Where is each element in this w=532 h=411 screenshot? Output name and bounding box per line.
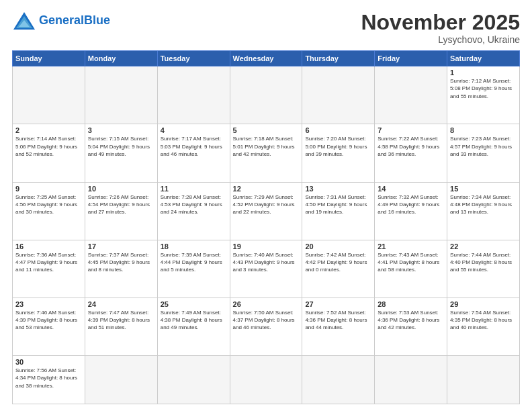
day-info: Sunrise: 7:18 AM Sunset: 5:01 PM Dayligh…: [233, 135, 300, 158]
calendar-week-row: 9Sunrise: 7:25 AM Sunset: 4:56 PM Daylig…: [13, 182, 520, 240]
table-row: 27Sunrise: 7:52 AM Sunset: 4:36 PM Dayli…: [302, 298, 375, 355]
table-row: 28Sunrise: 7:53 AM Sunset: 4:36 PM Dayli…: [375, 298, 447, 355]
day-number: 9: [15, 185, 82, 193]
calendar-week-row: 23Sunrise: 7:46 AM Sunset: 4:39 PM Dayli…: [13, 298, 520, 355]
day-number: 26: [233, 300, 300, 308]
logo-text: GeneralBlue: [39, 14, 110, 28]
table-row: [230, 66, 302, 124]
day-number: 5: [233, 126, 300, 134]
day-info: Sunrise: 7:54 AM Sunset: 4:35 PM Dayligh…: [450, 309, 517, 332]
col-thursday: Thursday: [302, 51, 375, 66]
day-info: Sunrise: 7:37 AM Sunset: 4:45 PM Dayligh…: [88, 251, 154, 274]
day-number: 1: [450, 68, 517, 77]
table-row: 6Sunrise: 7:20 AM Sunset: 5:00 PM Daylig…: [302, 124, 375, 182]
table-row: 10Sunrise: 7:26 AM Sunset: 4:54 PM Dayli…: [85, 182, 157, 240]
table-row: 17Sunrise: 7:37 AM Sunset: 4:45 PM Dayli…: [85, 240, 157, 298]
day-info: Sunrise: 7:23 AM Sunset: 4:57 PM Dayligh…: [450, 135, 517, 158]
day-number: 23: [15, 300, 82, 308]
col-wednesday: Wednesday: [230, 51, 302, 66]
col-monday: Monday: [85, 51, 157, 66]
logo-general: General: [39, 13, 84, 27]
table-row: [302, 66, 375, 124]
calendar-header-row: Sunday Monday Tuesday Wednesday Thursday…: [13, 51, 520, 66]
calendar-week-row: 30Sunrise: 7:56 AM Sunset: 4:34 PM Dayli…: [13, 356, 520, 404]
day-info: Sunrise: 7:22 AM Sunset: 4:58 PM Dayligh…: [378, 135, 444, 158]
day-info: Sunrise: 7:29 AM Sunset: 4:52 PM Dayligh…: [233, 193, 300, 216]
day-info: Sunrise: 7:50 AM Sunset: 4:37 PM Dayligh…: [233, 309, 300, 332]
day-info: Sunrise: 7:52 AM Sunset: 4:36 PM Dayligh…: [305, 309, 371, 332]
day-number: 30: [15, 358, 82, 366]
table-row: 29Sunrise: 7:54 AM Sunset: 4:35 PM Dayli…: [447, 298, 520, 355]
day-number: 10: [88, 185, 154, 193]
col-tuesday: Tuesday: [157, 51, 230, 66]
calendar-week-row: 1Sunrise: 7:12 AM Sunset: 5:08 PM Daylig…: [13, 66, 520, 124]
day-info: Sunrise: 7:49 AM Sunset: 4:38 PM Dayligh…: [161, 309, 227, 332]
day-number: 18: [161, 242, 227, 250]
day-number: 6: [305, 126, 371, 134]
table-row: 23Sunrise: 7:46 AM Sunset: 4:39 PM Dayli…: [13, 298, 85, 355]
day-info: Sunrise: 7:39 AM Sunset: 4:44 PM Dayligh…: [161, 251, 227, 274]
table-row: 21Sunrise: 7:43 AM Sunset: 4:41 PM Dayli…: [375, 240, 447, 298]
day-number: 3: [88, 126, 154, 134]
table-row: [447, 356, 520, 404]
day-number: 25: [161, 300, 227, 308]
table-row: [375, 356, 447, 404]
day-number: 15: [450, 185, 517, 193]
calendar: Sunday Monday Tuesday Wednesday Thursday…: [12, 50, 520, 404]
day-number: 13: [305, 185, 371, 193]
table-row: 25Sunrise: 7:49 AM Sunset: 4:38 PM Dayli…: [157, 298, 230, 355]
day-info: Sunrise: 7:20 AM Sunset: 5:00 PM Dayligh…: [305, 135, 371, 158]
table-row: 12Sunrise: 7:29 AM Sunset: 4:52 PM Dayli…: [230, 182, 302, 240]
day-info: Sunrise: 7:25 AM Sunset: 4:56 PM Dayligh…: [15, 193, 82, 216]
table-row: 18Sunrise: 7:39 AM Sunset: 4:44 PM Dayli…: [157, 240, 230, 298]
table-row: 1Sunrise: 7:12 AM Sunset: 5:08 PM Daylig…: [447, 66, 520, 124]
day-info: Sunrise: 7:28 AM Sunset: 4:53 PM Dayligh…: [161, 193, 227, 216]
day-number: 17: [88, 242, 154, 250]
table-row: [13, 66, 85, 124]
logo: GeneralBlue: [12, 11, 110, 31]
table-row: [85, 356, 157, 404]
day-number: 8: [450, 126, 517, 134]
day-number: 28: [378, 300, 444, 308]
table-row: 8Sunrise: 7:23 AM Sunset: 4:57 PM Daylig…: [447, 124, 520, 182]
table-row: 24Sunrise: 7:47 AM Sunset: 4:39 PM Dayli…: [85, 298, 157, 355]
day-info: Sunrise: 7:36 AM Sunset: 4:47 PM Dayligh…: [15, 251, 82, 274]
day-number: 7: [378, 126, 444, 134]
table-row: 15Sunrise: 7:34 AM Sunset: 4:48 PM Dayli…: [447, 182, 520, 240]
day-number: 4: [161, 126, 227, 134]
col-sunday: Sunday: [13, 51, 85, 66]
col-saturday: Saturday: [447, 51, 520, 66]
calendar-week-row: 2Sunrise: 7:14 AM Sunset: 5:06 PM Daylig…: [13, 124, 520, 182]
table-row: 20Sunrise: 7:42 AM Sunset: 4:42 PM Dayli…: [302, 240, 375, 298]
day-number: 12: [233, 185, 300, 193]
logo-icon: [12, 11, 36, 31]
day-info: Sunrise: 7:14 AM Sunset: 5:06 PM Dayligh…: [15, 135, 82, 158]
logo-blue: Blue: [84, 13, 110, 27]
day-info: Sunrise: 7:42 AM Sunset: 4:42 PM Dayligh…: [305, 251, 371, 274]
day-number: 29: [450, 300, 517, 308]
day-info: Sunrise: 7:31 AM Sunset: 4:50 PM Dayligh…: [305, 193, 371, 216]
table-row: 7Sunrise: 7:22 AM Sunset: 4:58 PM Daylig…: [375, 124, 447, 182]
day-info: Sunrise: 7:12 AM Sunset: 5:08 PM Dayligh…: [450, 77, 517, 100]
month-title: November 2025: [361, 11, 520, 34]
table-row: 5Sunrise: 7:18 AM Sunset: 5:01 PM Daylig…: [230, 124, 302, 182]
table-row: [157, 66, 230, 124]
day-number: 11: [161, 185, 227, 193]
day-info: Sunrise: 7:26 AM Sunset: 4:54 PM Dayligh…: [88, 193, 154, 216]
table-row: [302, 356, 375, 404]
table-row: [157, 356, 230, 404]
day-number: 27: [305, 300, 371, 308]
table-row: 22Sunrise: 7:44 AM Sunset: 4:40 PM Dayli…: [447, 240, 520, 298]
day-info: Sunrise: 7:53 AM Sunset: 4:36 PM Dayligh…: [378, 309, 444, 332]
day-number: 19: [233, 242, 300, 250]
table-row: 19Sunrise: 7:40 AM Sunset: 4:43 PM Dayli…: [230, 240, 302, 298]
day-number: 2: [15, 126, 82, 134]
day-info: Sunrise: 7:56 AM Sunset: 4:34 PM Dayligh…: [15, 367, 82, 390]
day-number: 14: [378, 185, 444, 193]
table-row: [375, 66, 447, 124]
table-row: 2Sunrise: 7:14 AM Sunset: 5:06 PM Daylig…: [13, 124, 85, 182]
title-block: November 2025 Lysychovo, Ukraine: [361, 11, 520, 45]
day-info: Sunrise: 7:44 AM Sunset: 4:40 PM Dayligh…: [450, 251, 517, 274]
day-number: 24: [88, 300, 154, 308]
day-number: 21: [378, 242, 444, 250]
